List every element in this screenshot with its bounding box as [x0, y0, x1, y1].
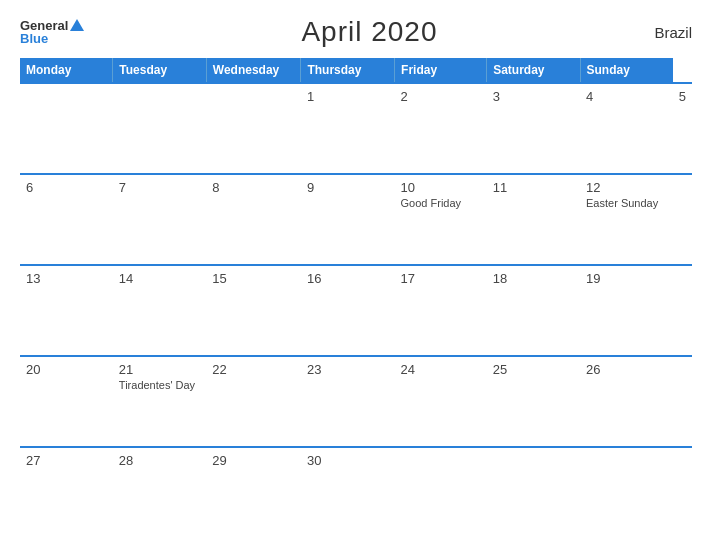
day-number: 19 [586, 271, 667, 286]
day-number: 6 [26, 180, 107, 195]
calendar-week-row: 678910Good Friday1112Easter Sunday [20, 174, 692, 265]
day-number: 25 [493, 362, 574, 377]
country-label: Brazil [654, 24, 692, 41]
day-number: 10 [401, 180, 481, 195]
day-number: 2 [401, 89, 481, 104]
calendar-week-row: 13141516171819 [20, 265, 692, 356]
calendar-cell: 12Easter Sunday [580, 174, 673, 265]
calendar-cell: 18 [487, 265, 580, 356]
day-number: 9 [307, 180, 389, 195]
calendar-cell: 28 [113, 447, 206, 538]
day-number: 15 [212, 271, 295, 286]
calendar-cell: 2 [395, 83, 487, 174]
day-number: 27 [26, 453, 107, 468]
calendar-cell: 10Good Friday [395, 174, 487, 265]
header-monday: Monday [20, 58, 113, 83]
calendar-cell: 20 [20, 356, 113, 447]
calendar-table: Monday Tuesday Wednesday Thursday Friday… [20, 58, 692, 538]
calendar-cell: 8 [206, 174, 301, 265]
calendar-cell [580, 447, 673, 538]
holiday-name: Tiradentes' Day [119, 379, 200, 391]
calendar-cell: 13 [20, 265, 113, 356]
header-saturday: Saturday [487, 58, 580, 83]
calendar-cell: 24 [395, 356, 487, 447]
calendar-cell: 6 [20, 174, 113, 265]
calendar-week-row: 12345 [20, 83, 692, 174]
logo: General Blue [20, 19, 84, 46]
header-tuesday: Tuesday [113, 58, 206, 83]
calendar-cell: 30 [301, 447, 395, 538]
day-number: 14 [119, 271, 200, 286]
day-number: 30 [307, 453, 389, 468]
day-number: 4 [586, 89, 667, 104]
calendar-cell: 25 [487, 356, 580, 447]
calendar-cell: 29 [206, 447, 301, 538]
day-number: 3 [493, 89, 574, 104]
calendar-cell: 27 [20, 447, 113, 538]
holiday-name: Good Friday [401, 197, 481, 209]
calendar-week-row: 27282930 [20, 447, 692, 538]
calendar-cell: 19 [580, 265, 673, 356]
calendar-cell [20, 83, 113, 174]
header-friday: Friday [395, 58, 487, 83]
weekday-header-row: Monday Tuesday Wednesday Thursday Friday… [20, 58, 692, 83]
calendar-cell [395, 447, 487, 538]
day-number: 5 [679, 89, 686, 104]
calendar-title: April 2020 [301, 16, 437, 48]
calendar-cell: 5 [673, 83, 692, 174]
calendar-cell [113, 83, 206, 174]
day-number: 24 [401, 362, 481, 377]
calendar-cell: 23 [301, 356, 395, 447]
day-number: 29 [212, 453, 295, 468]
day-number: 21 [119, 362, 200, 377]
day-number: 26 [586, 362, 667, 377]
header-row: General Blue April 2020 Brazil [20, 16, 692, 48]
day-number: 8 [212, 180, 295, 195]
header-thursday: Thursday [301, 58, 395, 83]
calendar-cell: 3 [487, 83, 580, 174]
calendar-cell: 26 [580, 356, 673, 447]
calendar-cell: 7 [113, 174, 206, 265]
calendar-cell: 16 [301, 265, 395, 356]
day-number: 11 [493, 180, 574, 195]
day-number: 20 [26, 362, 107, 377]
day-number: 1 [307, 89, 389, 104]
header-wednesday: Wednesday [206, 58, 301, 83]
calendar-cell: 11 [487, 174, 580, 265]
calendar-cell: 14 [113, 265, 206, 356]
calendar-cell: 17 [395, 265, 487, 356]
day-number: 18 [493, 271, 574, 286]
holiday-name: Easter Sunday [586, 197, 667, 209]
calendar-week-row: 2021Tiradentes' Day2223242526 [20, 356, 692, 447]
calendar-cell: 1 [301, 83, 395, 174]
logo-blue-text: Blue [20, 31, 48, 46]
day-number: 23 [307, 362, 389, 377]
day-number: 13 [26, 271, 107, 286]
header-sunday: Sunday [580, 58, 673, 83]
day-number: 22 [212, 362, 295, 377]
calendar-container: General Blue April 2020 Brazil Monday Tu… [0, 0, 712, 550]
calendar-cell: 22 [206, 356, 301, 447]
day-number: 16 [307, 271, 389, 286]
calendar-cell: 21Tiradentes' Day [113, 356, 206, 447]
calendar-cell: 15 [206, 265, 301, 356]
day-number: 12 [586, 180, 667, 195]
logo-triangle-icon [70, 19, 84, 31]
calendar-cell: 9 [301, 174, 395, 265]
calendar-cell [206, 83, 301, 174]
calendar-cell: 4 [580, 83, 673, 174]
calendar-cell [487, 447, 580, 538]
day-number: 28 [119, 453, 200, 468]
day-number: 7 [119, 180, 200, 195]
day-number: 17 [401, 271, 481, 286]
